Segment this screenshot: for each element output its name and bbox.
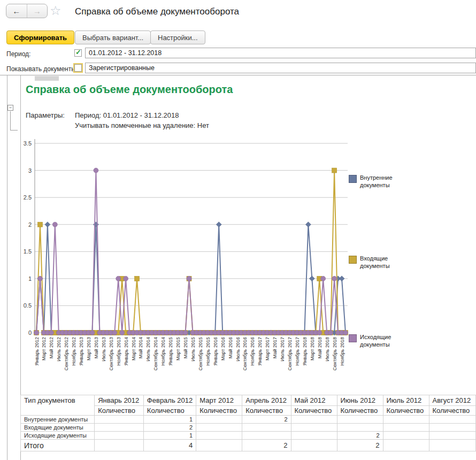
table-header-month[interactable]: Январь 2012 <box>95 395 144 406</box>
table-header-month[interactable]: Июнь 2012 <box>337 395 383 406</box>
table-cell-value[interactable] <box>291 424 337 432</box>
table-cell-value[interactable]: 2 <box>242 416 291 424</box>
svg-text:Март 2017: Март 2017 <box>265 337 270 361</box>
svg-text:Июль 2012: Июль 2012 <box>56 337 62 361</box>
svg-text:Март 2012: Март 2012 <box>41 337 47 361</box>
settings-button[interactable]: Настройки... <box>150 30 205 44</box>
table-row-label[interactable]: Входящие документы <box>21 424 95 432</box>
table-subheader-quantity[interactable]: Количество <box>383 406 429 416</box>
table-cell-value[interactable] <box>429 416 475 424</box>
report-top-border <box>0 75 476 75</box>
table-cell-value[interactable] <box>196 424 242 432</box>
table-cell-value[interactable] <box>242 424 291 432</box>
table-header-type[interactable]: Тип документов <box>21 395 95 416</box>
svg-text:Сентябрь 2017: Сентябрь 2017 <box>287 337 293 371</box>
svg-text:Сентябрь 2014: Сентябрь 2014 <box>153 337 158 371</box>
report-window: ← → ☆ Справка об объеме документооборота… <box>0 0 476 460</box>
table-subheader-quantity[interactable]: Количество <box>337 406 383 416</box>
period-input[interactable] <box>85 48 476 58</box>
table-row: Входящие документы2 <box>21 424 476 432</box>
table-cell-value[interactable] <box>429 432 475 440</box>
svg-text:Март 2013: Март 2013 <box>86 337 91 361</box>
svg-text:3.5: 3.5 <box>24 140 32 147</box>
svg-text:Январь 2012: Январь 2012 <box>34 337 40 365</box>
table-cell-value[interactable] <box>337 424 383 432</box>
svg-text:0: 0 <box>28 329 32 336</box>
table-subheader-quantity[interactable]: Количество <box>95 406 144 416</box>
svg-text:Сентябрь 2016: Сентябрь 2016 <box>242 337 248 371</box>
table-cell-value[interactable] <box>337 416 383 424</box>
period-checkbox[interactable] <box>74 49 82 57</box>
collapse-group-button[interactable]: − <box>7 105 13 111</box>
svg-text:Ноябрь 2013: Ноябрь 2013 <box>116 337 121 366</box>
svg-text:Июль 2013: Июль 2013 <box>101 337 106 361</box>
table-total-row: Итого422 <box>21 440 476 451</box>
table-subheader-quantity[interactable]: Количество <box>242 406 291 416</box>
svg-text:Ноябрь 2016: Ноябрь 2016 <box>250 337 255 366</box>
table-subheader-quantity[interactable]: Количество <box>429 406 475 416</box>
table-header-month[interactable]: Апрель 2012 <box>242 395 291 406</box>
table-cell-value[interactable]: 2 <box>143 424 196 432</box>
table-row-label[interactable]: Внутренние документы <box>21 416 95 424</box>
table-cell-value[interactable] <box>95 424 144 432</box>
svg-text:Ноябрь 2018: Ноябрь 2018 <box>340 337 345 366</box>
table-header-month[interactable]: Август 2012 <box>429 395 475 406</box>
table-cell-value[interactable] <box>95 416 144 424</box>
nav-button-group: ← → <box>6 4 48 18</box>
table-cell-value[interactable] <box>291 416 337 424</box>
svg-text:Ноябрь 2015: Ноябрь 2015 <box>205 337 211 366</box>
table-total-value[interactable] <box>429 440 475 451</box>
table-total-value[interactable]: 4 <box>143 440 196 451</box>
table-cell-value[interactable] <box>429 424 475 432</box>
table-total-value[interactable] <box>291 440 337 451</box>
svg-text:Июль 2017: Июль 2017 <box>280 337 285 361</box>
table-subheader-quantity[interactable]: Количество <box>196 406 242 416</box>
table-header-month[interactable]: Май 2012 <box>291 395 337 406</box>
legend-label-incoming: Входящие документы <box>360 255 403 270</box>
show-documents-checkbox[interactable] <box>74 64 82 72</box>
table-total-value[interactable] <box>196 440 242 451</box>
table-cell-value[interactable]: 1 <box>143 432 196 440</box>
table-header-month[interactable]: Март 2012 <box>196 395 242 406</box>
show-documents-label: Показывать документы: <box>6 65 78 73</box>
table-total-label[interactable]: Итого <box>21 440 95 451</box>
table-total-value[interactable]: 2 <box>242 440 291 451</box>
table-cell-value[interactable] <box>383 432 429 440</box>
table-cell-value[interactable]: 2 <box>337 432 383 440</box>
table-cell-value[interactable] <box>196 416 242 424</box>
table-total-value[interactable]: 2 <box>337 440 383 451</box>
table-header-month[interactable]: Июль 2012 <box>383 395 429 406</box>
generate-button[interactable]: Сформировать <box>6 30 74 44</box>
svg-text:Июль 2015: Июль 2015 <box>190 337 196 361</box>
table-row-label[interactable]: Исходящие документы <box>21 432 95 440</box>
legend-swatch-incoming <box>349 256 357 264</box>
svg-text:Ноябрь 2017: Ноябрь 2017 <box>295 337 300 366</box>
table-total-value[interactable] <box>383 440 429 451</box>
back-button[interactable]: ← <box>6 4 27 18</box>
legend-item-internal: Внутренние документы <box>349 174 403 189</box>
choose-variant-button[interactable]: Выбрать вариант... <box>75 30 151 44</box>
table-subheader-quantity[interactable]: Количество <box>143 406 196 416</box>
table-cell-value[interactable] <box>196 432 242 440</box>
favorite-star-icon[interactable]: ☆ <box>50 3 62 18</box>
svg-text:Январь 2018: Январь 2018 <box>302 337 308 365</box>
forward-button[interactable]: → <box>27 4 48 18</box>
table-cell-value[interactable] <box>383 416 429 424</box>
show-documents-input[interactable] <box>85 63 476 73</box>
table-cell-value[interactable]: 1 <box>143 416 196 424</box>
svg-text:Май 2014: Май 2014 <box>138 337 143 358</box>
group-bracket-elbow <box>10 130 18 131</box>
svg-text:Май 2013: Май 2013 <box>94 337 99 358</box>
svg-text:1: 1 <box>28 275 32 282</box>
table-header-month[interactable]: Февраль 2012 <box>143 395 196 406</box>
back-arrow-icon: ← <box>12 6 20 16</box>
table-cell-value[interactable] <box>291 432 337 440</box>
parameters-label: Параметры: <box>26 111 65 119</box>
svg-text:Ноябрь 2014: Ноябрь 2014 <box>160 337 166 366</box>
table-cell-value[interactable] <box>383 424 429 432</box>
table-subheader-quantity[interactable]: Количество <box>291 406 337 416</box>
table-cell-value[interactable] <box>242 432 291 440</box>
table-cell-value[interactable] <box>95 432 144 440</box>
svg-text:0.5: 0.5 <box>24 302 32 309</box>
table-total-value[interactable] <box>95 440 144 451</box>
